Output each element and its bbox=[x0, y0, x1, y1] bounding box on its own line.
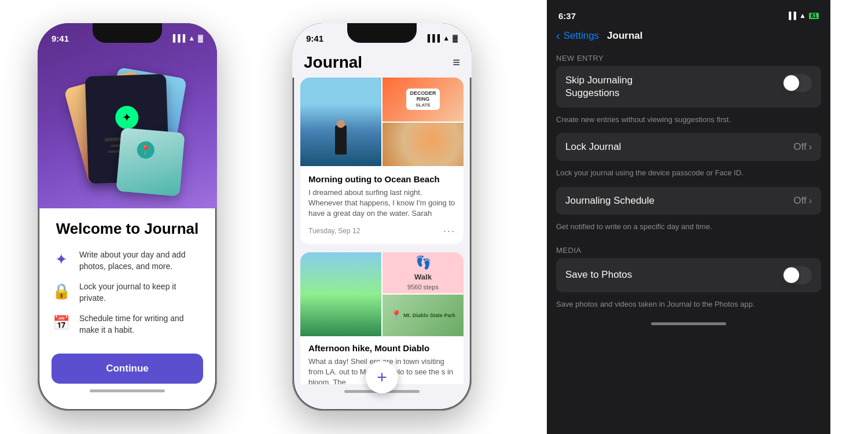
entry-title-1: Morning outing to Ocean Beach bbox=[308, 174, 455, 184]
walk-label: Walk bbox=[414, 273, 432, 281]
lock-journal-row[interactable]: Lock Journal Off › bbox=[556, 133, 821, 161]
welcome-content: Welcome to Journal ✦ Write about your da… bbox=[38, 208, 217, 404]
fab-new-entry[interactable]: + bbox=[366, 361, 398, 393]
skip-journaling-row[interactable]: Skip JournalingSuggestions bbox=[556, 66, 821, 108]
media-group: Save to Photos bbox=[556, 258, 821, 292]
entry-preview-1: I dreamed about surfing last night. When… bbox=[308, 187, 455, 219]
entry-more-1[interactable]: ··· bbox=[443, 225, 455, 237]
status-bar-2: 9:41 ▐▐▐ ▲ ▓ bbox=[292, 23, 472, 49]
status-bar-3: 6:37 ▐▐ ▲ 61 bbox=[547, 0, 830, 25]
entry-image-map: 📍 Mt. Diablo State Park bbox=[382, 295, 464, 336]
status-icons-1: ▐▐▐ ▲ ▓ bbox=[171, 34, 203, 42]
menu-icon[interactable]: ≡ bbox=[453, 55, 460, 70]
home-bar-settings bbox=[651, 322, 726, 325]
entry-image-ocean bbox=[300, 78, 381, 166]
battery-icon: ▓ bbox=[198, 34, 203, 42]
feature-item-lock: 🔒 Lock your journal to keep it private. bbox=[52, 281, 203, 304]
write-icon: ✦ bbox=[52, 249, 71, 269]
lock-icon: 🔒 bbox=[52, 281, 71, 301]
walk-steps: 9560 steps bbox=[407, 284, 439, 290]
skip-journaling-label: Skip JournalingSuggestions bbox=[565, 74, 777, 100]
feature-item-schedule: 📅 Schedule time for writing and make it … bbox=[52, 313, 203, 336]
settings-journal-title: Journal bbox=[607, 30, 642, 42]
signal-icon-3: ▐▐ bbox=[786, 12, 796, 20]
feature-list: ✦ Write about your day and add photos, p… bbox=[52, 249, 203, 336]
lock-journal-description: Lock your journal using the device passc… bbox=[547, 164, 830, 186]
journaling-schedule-value: Off bbox=[793, 195, 806, 207]
journal-header: Journal ≡ bbox=[292, 49, 472, 78]
entry-footer-1: Tuesday, Sep 12 ··· bbox=[308, 225, 455, 237]
entry-image-shell bbox=[382, 123, 464, 167]
phone-welcome: 9:41 ▐▐▐ ▲ ▓ ✦ 📍 bbox=[38, 23, 217, 411]
lock-journal-label: Lock Journal bbox=[565, 141, 621, 153]
journaling-schedule-chevron-icon: › bbox=[809, 196, 812, 206]
continue-button[interactable]: Continue bbox=[52, 354, 203, 384]
status-icons-3: ▐▐ ▲ 61 bbox=[786, 12, 819, 20]
lock-journal-group: Lock Journal Off › bbox=[556, 133, 821, 161]
battery-icon-2: ▓ bbox=[453, 34, 458, 42]
status-icons-2: ▐▐▐ ▲ ▓ bbox=[425, 34, 458, 42]
settings-nav: ‹ Settings Journal bbox=[547, 25, 830, 48]
skip-journaling-description: Create new entries without viewing sugge… bbox=[547, 111, 830, 133]
welcome-title: Welcome to Journal bbox=[52, 220, 203, 238]
entry-images-1: DECODERRING SLATE bbox=[300, 78, 464, 167]
journaling-schedule-group: Journaling Schedule Off › bbox=[556, 187, 821, 215]
phone-journal-list: 9:41 ▐▐▐ ▲ ▓ Journal ≡ DECODERRING SLATE bbox=[292, 23, 472, 411]
journal-entries-list: DECODERRING SLATE Morning outing to Ocea… bbox=[292, 78, 472, 384]
section-label-media: MEDIA bbox=[547, 240, 830, 258]
entry-image-walk: 👣 Walk 9560 steps bbox=[382, 252, 464, 294]
entry-body-1: Morning outing to Ocean Beach I dreamed … bbox=[300, 167, 464, 244]
welcome-cards-area: ✦ 📍 bbox=[38, 52, 217, 208]
lock-journal-chevron-icon: › bbox=[809, 142, 812, 152]
schedule-icon: 📅 bbox=[52, 313, 71, 333]
new-entry-group: Skip JournalingSuggestions bbox=[556, 66, 821, 108]
signal-icon: ▐▐▐ bbox=[171, 34, 186, 42]
back-chevron-icon: ‹ bbox=[556, 29, 560, 42]
feature-item-write: ✦ Write about your day and add photos, p… bbox=[52, 249, 203, 272]
save-to-photos-row[interactable]: Save to Photos bbox=[556, 258, 821, 292]
phone-settings: 6:37 ▐▐ ▲ 61 ‹ Settings Journal NEW ENTR… bbox=[547, 0, 830, 434]
card-stack: ✦ 📍 bbox=[69, 67, 185, 194]
journal-entry-1[interactable]: DECODERRING SLATE Morning outing to Ocea… bbox=[300, 78, 464, 244]
save-to-photos-description: Save photos and videos taken in Journal … bbox=[547, 296, 830, 318]
skip-journaling-toggle[interactable] bbox=[782, 74, 812, 92]
status-time-2: 9:41 bbox=[306, 34, 323, 43]
home-indicator-1 bbox=[90, 389, 165, 392]
journaling-schedule-value-area: Off › bbox=[793, 195, 812, 207]
journal-main-title: Journal bbox=[304, 53, 362, 72]
wifi-icon-3: ▲ bbox=[799, 12, 806, 20]
entry-image-podcast: DECODERRING SLATE bbox=[382, 78, 464, 122]
feature-write-text: Write about your day and add photos, pla… bbox=[79, 249, 203, 272]
stick-figure-icon: ✦ bbox=[115, 105, 139, 129]
signal-icon-2: ▐▐▐ bbox=[425, 34, 440, 42]
entry-image-mountain bbox=[300, 252, 381, 336]
lock-journal-value-area: Off › bbox=[793, 141, 812, 153]
battery-icon-3: 61 bbox=[809, 13, 819, 19]
save-to-photos-toggle[interactable] bbox=[782, 266, 812, 284]
surfer-figure bbox=[335, 126, 347, 155]
entry-images-2: 👣 Walk 9560 steps 📍 Mt. Diablo State Par… bbox=[300, 252, 464, 336]
status-time-3: 6:37 bbox=[558, 11, 576, 21]
feature-schedule-text: Schedule time for writing and make it a … bbox=[79, 313, 203, 336]
journaling-schedule-description: Get notified to write on a specific day … bbox=[547, 218, 830, 240]
card-map: 📍 bbox=[116, 127, 185, 196]
journaling-schedule-row[interactable]: Journaling Schedule Off › bbox=[556, 187, 821, 215]
lock-journal-value: Off bbox=[793, 141, 806, 153]
status-time-1: 9:41 bbox=[52, 34, 69, 43]
feature-lock-text: Lock your journal to keep it private. bbox=[79, 281, 203, 304]
back-settings-link[interactable]: Settings bbox=[564, 30, 599, 42]
save-to-photos-label: Save to Photos bbox=[565, 269, 632, 281]
wifi-icon: ▲ bbox=[188, 34, 195, 42]
entry-title-2: Afternoon hike, Mount Diablo bbox=[308, 343, 455, 353]
section-label-new-entry: NEW ENTRY bbox=[547, 48, 830, 66]
journaling-schedule-label: Journaling Schedule bbox=[565, 195, 654, 207]
status-bar-1: 9:41 ▐▐▐ ▲ ▓ bbox=[38, 23, 217, 49]
wifi-icon-2: ▲ bbox=[443, 34, 450, 42]
entry-date-1: Tuesday, Sep 12 bbox=[308, 227, 360, 235]
